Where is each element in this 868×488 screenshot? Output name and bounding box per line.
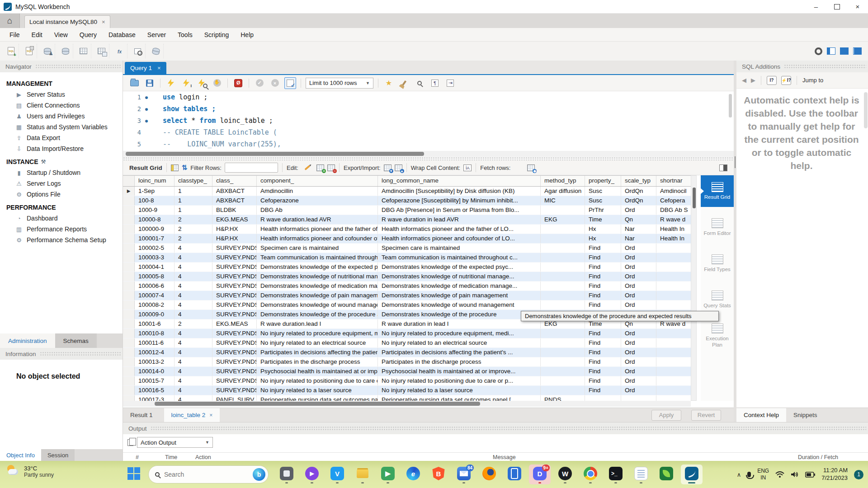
grid-cell[interactable]: Find (585, 272, 621, 281)
grid-cell[interactable]: Demonstrates knowledge of wound manageme… (257, 300, 378, 310)
terminal-icon[interactable]: >_ (605, 465, 627, 484)
editor-horizontal-scrollbar[interactable] (126, 152, 424, 156)
row-marker[interactable] (123, 319, 135, 328)
grid-cell[interactable]: Demonstrates knowledge of the procedure … (257, 310, 378, 319)
stop-icon[interactable] (211, 77, 223, 89)
open-file-icon[interactable] (128, 77, 140, 89)
sql-additions-tab[interactable]: Context Help (736, 408, 786, 422)
grid-cell[interactable]: 100-8 (135, 196, 175, 205)
grid-cell[interactable] (541, 291, 585, 300)
grid-cell[interactable]: 100008-2 (135, 300, 175, 310)
firefox-icon[interactable] (478, 465, 500, 484)
grid-cell[interactable]: 100010-8 (135, 329, 175, 338)
grid-cell[interactable]: Ord (621, 206, 656, 215)
phone-link-icon[interactable] (504, 465, 525, 484)
grid-cell[interactable]: 100009-0 (135, 310, 175, 319)
grid-cell[interactable]: 2 (175, 234, 212, 243)
menu-item[interactable]: Help (236, 29, 259, 40)
grid-cell[interactable]: 100004-1 (135, 263, 175, 272)
grid-cell[interactable]: 4 (175, 348, 212, 357)
menu-item[interactable]: File (5, 29, 25, 40)
grid-cell[interactable]: 1 (175, 196, 212, 205)
grid-cell[interactable]: BLDBK (212, 206, 257, 215)
grid-cell[interactable]: DBG Ab S (656, 206, 689, 215)
account-icon[interactable] (815, 47, 822, 55)
grid-column-header[interactable]: method_typ (541, 176, 585, 186)
grid-cell[interactable]: Find (585, 348, 621, 357)
grid-cell[interactable]: 4 (175, 272, 212, 281)
grid-cell[interactable]: R wave duration.lead I (257, 319, 378, 328)
row-marker[interactable]: ▶ (123, 187, 135, 196)
grid-cell[interactable]: 4 (175, 310, 212, 319)
grid-cell[interactable]: PNDS (541, 395, 585, 401)
grid-cell[interactable]: Demonstrates knowledge of medication man… (378, 282, 541, 291)
chrome-icon[interactable] (580, 465, 601, 484)
row-marker[interactable] (123, 206, 135, 215)
limit-rows-dropdown[interactable]: Limit to 1000 rows▼ (306, 78, 373, 89)
grid-cell[interactable]: Nar (621, 234, 656, 243)
new-sql-tab-icon[interactable] (4, 44, 19, 58)
grid-cell[interactable]: Hx (585, 234, 621, 243)
back-icon[interactable]: ◀ (742, 77, 746, 84)
grid-column-header[interactable]: loinc_num (135, 176, 175, 186)
grid-cell[interactable]: Perioperative nursing data set outcomes … (257, 395, 378, 401)
row-marker[interactable] (123, 215, 135, 224)
new-connection-icon[interactable] (40, 44, 55, 58)
grid-cell[interactable]: R wave duration in lead AVR (378, 215, 541, 224)
grid-cell[interactable]: Demonstrates knowledge of medication man… (257, 282, 378, 291)
grid-cell[interactable]: R wave duration.lead AVR (257, 215, 378, 224)
grid-cell[interactable]: 4 (175, 338, 212, 347)
refresh-icon[interactable]: ⇅ (182, 164, 188, 172)
grid-cell[interactable]: Health In (656, 225, 689, 234)
fetch-next-icon[interactable]: ◆ (527, 164, 535, 171)
context-help-icon[interactable]: I? (767, 76, 777, 85)
result-tab[interactable]: Result 1 (123, 408, 164, 422)
navigator-item[interactable]: Startup / Shutdown (0, 167, 123, 178)
new-procedure-icon[interactable] (112, 44, 127, 58)
grid-cell[interactable]: Find (585, 357, 621, 366)
row-marker[interactable] (123, 376, 135, 385)
migration-icon[interactable] (148, 44, 164, 58)
grid-horizontal-scrollbar[interactable] (123, 401, 691, 407)
menu-item[interactable]: Scripting (199, 29, 234, 40)
grid-cell[interactable]: Time (585, 215, 621, 224)
notification-badge[interactable]: 1 (854, 470, 863, 479)
grid-cell[interactable]: Team communication is maintained through… (378, 253, 541, 262)
row-marker[interactable] (123, 263, 135, 272)
execute-icon[interactable] (165, 77, 177, 89)
grid-cell[interactable] (656, 263, 689, 272)
microphone-icon[interactable] (747, 472, 751, 477)
grid-cell[interactable]: Psychosocial health is maintained at or … (378, 367, 541, 376)
menu-item[interactable]: Server (142, 29, 171, 40)
grid-cell[interactable]: OrdQn (621, 187, 656, 196)
panel-splitter-handle[interactable] (123, 157, 734, 160)
mail-icon[interactable]: 84 (453, 465, 475, 484)
grid-cell[interactable]: SURVEY.PNDS (212, 348, 257, 357)
grid-cell[interactable]: Find (585, 300, 621, 310)
toggle-left-sidebar-icon[interactable] (827, 47, 835, 55)
grid-cell[interactable]: 100002-5 (135, 244, 175, 253)
grid-cell[interactable]: Health informatics pioneer and the fathe… (378, 225, 541, 234)
row-marker[interactable] (123, 234, 135, 243)
grid-cell[interactable]: No injury related to a laser source (378, 386, 541, 395)
table-row[interactable]: 100005-8 4 SURVEY.PNDS Demonstrates know… (123, 272, 691, 282)
grid-cell[interactable]: 4 (175, 329, 212, 338)
row-marker[interactable] (123, 272, 135, 281)
result-view-button[interactable]: Form Editor (701, 211, 734, 243)
grid-cell[interactable]: ABXBACT (212, 196, 257, 205)
grid-cell[interactable]: Ord (621, 348, 656, 357)
grid-cell[interactable]: 100016-5 (135, 386, 175, 395)
grid-cell[interactable]: Qn (621, 215, 656, 224)
row-marker[interactable] (123, 253, 135, 262)
row-marker[interactable] (123, 395, 135, 401)
clipchamp-icon[interactable]: ▶ (301, 465, 323, 484)
grid-cell[interactable]: R wave d (656, 215, 689, 224)
grid-cell[interactable] (656, 367, 689, 376)
grid-cell[interactable]: No injury related to a laser source (257, 386, 378, 395)
table-row[interactable]: 100006-6 4 SURVEY.PNDS Demonstrates know… (123, 282, 691, 291)
leaf-app-icon[interactable] (656, 465, 677, 484)
grid-cell[interactable]: 100017-3 (135, 395, 175, 401)
table-row[interactable]: 1000-9 1 BLDBK DBG Ab DBG Ab [Presence] … (123, 206, 691, 215)
auto-context-help-icon[interactable]: I? (781, 76, 791, 85)
result-view-button[interactable]: Result Grid (701, 175, 734, 207)
